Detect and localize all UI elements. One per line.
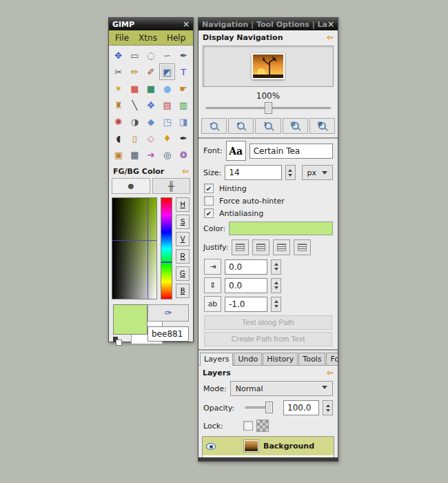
convolve-tool[interactable]: ◖ [110, 130, 127, 146]
tab-layers[interactable]: Layers [200, 353, 233, 366]
justify-fill-button[interactable] [294, 239, 311, 255]
justify-center-button[interactable] [273, 239, 290, 255]
pencil-tool[interactable]: ✏ [127, 63, 143, 80]
sliders-tab[interactable]: ╫ [152, 178, 191, 194]
opacity-slider-handle[interactable] [265, 402, 273, 413]
lock-checkbox[interactable] [243, 421, 253, 431]
crop-tool[interactable]: ▣ [110, 146, 127, 163]
zoom-tool[interactable]: ◎ [159, 146, 176, 163]
spin-up-icon[interactable] [288, 167, 292, 172]
scissors-select-tool[interactable]: ✂ [110, 63, 127, 80]
select-by-color-tool[interactable]: ■ [127, 80, 143, 97]
align-tool[interactable]: ✥ [143, 97, 159, 113]
layer-thumbnail[interactable] [244, 440, 258, 452]
font-picker-button[interactable]: Aa [226, 141, 246, 161]
ellipse-select-tool[interactable]: ◌ [143, 47, 159, 63]
line-spacing-spinner[interactable] [271, 278, 281, 293]
blur-tool[interactable]: ● [159, 80, 176, 97]
size-spinner[interactable] [285, 165, 296, 180]
opacity-slider[interactable] [245, 402, 273, 413]
justify-right-button[interactable] [252, 239, 269, 255]
spin-up-icon[interactable] [274, 261, 278, 266]
font-name-input[interactable]: Certain Tea [250, 144, 333, 159]
smudge-tool[interactable]: ☛ [175, 80, 192, 97]
hue-channel-button[interactable]: H [176, 197, 190, 212]
text-tool[interactable]: T [175, 63, 192, 80]
dodge-burn-tool[interactable]: ◑ [127, 113, 143, 130]
justify-left-button[interactable] [232, 239, 249, 255]
zoom-100-button[interactable]: 1 [255, 118, 281, 134]
levels-dialog-tool[interactable]: ▤ [159, 97, 176, 113]
zoom-fit-image-button[interactable]: ⊡ [283, 118, 308, 134]
create-path-from-text-button[interactable]: Create Path from Text [204, 332, 332, 346]
layer-visibility-eye-icon[interactable] [206, 443, 216, 450]
letter-spacing-spinner[interactable] [271, 297, 281, 312]
fuzzy-select-tool[interactable]: ✶ [110, 80, 127, 97]
spin-up-icon[interactable] [274, 298, 278, 303]
clone-tool[interactable]: ♜ [110, 97, 127, 113]
curves-dialog-tool[interactable]: ▥ [175, 97, 192, 113]
tab-fonts[interactable]: Fonts [326, 353, 338, 365]
histogram-tool[interactable]: ▦ [127, 146, 143, 163]
text-along-path-button[interactable]: Text along Path [204, 315, 332, 330]
tab-history[interactable]: History [263, 353, 298, 365]
dock-titlebar[interactable]: Navigation | Tool Options | Layers × [198, 18, 338, 30]
rotate-tool[interactable]: ◆ [143, 113, 159, 130]
pick-color-button[interactable]: ✑ [147, 304, 189, 322]
dock-close-icon[interactable]: × [327, 20, 334, 28]
airbrush-tool[interactable]: ✺ [110, 113, 127, 130]
hue-strip[interactable] [161, 197, 172, 299]
panel-menu-arrow-icon[interactable]: ⇦ [182, 166, 189, 176]
zoom-slider-handle[interactable] [265, 102, 272, 114]
opacity-input[interactable]: 100.0 [283, 400, 319, 415]
tab-undo[interactable]: Undo [234, 353, 262, 365]
plumb-tool[interactable]: ♦ [159, 130, 176, 146]
free-select-tool[interactable]: ∽ [159, 47, 176, 63]
line-spacing-input[interactable]: 0.0 [225, 278, 267, 293]
menu-help[interactable]: Help [167, 33, 185, 43]
tab-tools[interactable]: Tools [298, 353, 325, 365]
spin-down-icon[interactable] [326, 409, 330, 414]
zoom-in-button[interactable]: + [228, 118, 254, 134]
gradient-tool[interactable]: ■ [143, 80, 159, 97]
blue-channel-button[interactable]: B [176, 284, 190, 298]
spin-up-icon[interactable] [326, 402, 330, 407]
green-channel-button[interactable]: G [176, 266, 190, 281]
filters-tool[interactable]: ❂ [175, 146, 192, 163]
toolbox-titlebar[interactable]: GIMP × [109, 18, 193, 30]
lock-alpha-pattern-button[interactable] [256, 420, 269, 432]
path-tool[interactable]: ✒ [175, 47, 192, 63]
move-tool[interactable]: ✥ [110, 47, 127, 63]
perspective-tool[interactable]: ◇ [143, 130, 159, 146]
letter-spacing-input[interactable]: -1.0 [225, 297, 267, 312]
zoom-out-button[interactable]: − [201, 118, 227, 134]
spin-down-icon[interactable] [274, 286, 278, 291]
flip-tool[interactable]: ➔ [143, 146, 159, 163]
hex-color-input[interactable]: bee881 [147, 326, 189, 342]
opacity-spinner[interactable] [323, 400, 333, 415]
navigation-menu-arrow-icon[interactable]: ⇦ [327, 32, 334, 42]
paintbrush-tool[interactable]: ✐ [143, 63, 159, 80]
indent-spinner[interactable] [271, 259, 281, 275]
red-channel-button[interactable]: R [176, 249, 190, 264]
saturation-channel-button[interactable]: S [176, 215, 190, 229]
antialiasing-checkbox[interactable]: ✔ [204, 208, 214, 218]
spin-down-icon[interactable] [274, 305, 278, 310]
layers-menu-arrow-icon[interactable]: ⇦ [327, 368, 334, 377]
zoom-slider[interactable] [205, 102, 331, 114]
reset-colors-icon[interactable] [113, 337, 122, 346]
scale-tool[interactable]: ◳ [159, 113, 176, 130]
rect-select-tool[interactable]: ▭ [127, 47, 143, 63]
spin-down-icon[interactable] [274, 268, 278, 273]
zoom-fit-window-button[interactable]: ⊞ [309, 118, 335, 134]
saturation-value-square[interactable] [112, 197, 157, 299]
ink-tool[interactable]: ✒ [175, 130, 192, 146]
force-auto-hinter-checkbox[interactable] [204, 196, 214, 206]
navigation-thumbnail[interactable] [252, 53, 285, 79]
menu-xtns[interactable]: Xtns [139, 33, 157, 43]
layer-row-background[interactable]: Background [203, 437, 334, 455]
bucket-fill-tool[interactable]: ◩ [159, 63, 176, 80]
value-channel-button[interactable]: V [176, 232, 190, 246]
layer-mode-select[interactable]: Normal [230, 381, 333, 396]
spin-down-icon[interactable] [288, 174, 292, 179]
